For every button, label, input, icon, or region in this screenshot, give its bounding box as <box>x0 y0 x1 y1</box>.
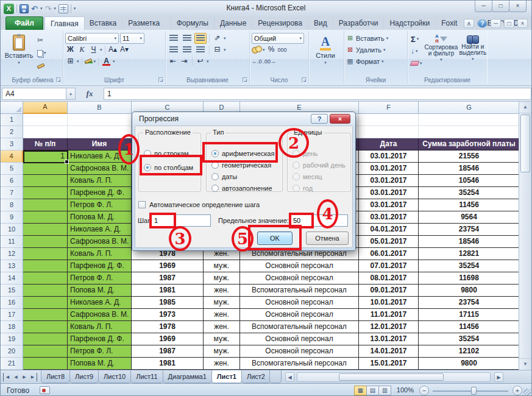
auto-step-checkbox-row[interactable]: Автоматическое определение шага <box>138 201 260 208</box>
column-header-B[interactable]: B <box>68 102 132 114</box>
decrease-decimal-button[interactable]: .00→ <box>263 58 277 65</box>
borders-button[interactable]: ⊞ <box>65 56 76 66</box>
underline-button[interactable]: Ч <box>88 44 99 55</box>
cell-G3[interactable]: Сумма заработной платы <box>419 138 520 150</box>
fill-button[interactable]: ↓▾ <box>410 46 424 57</box>
cell-D13[interactable]: муж. <box>204 260 240 272</box>
decrease-indent-button[interactable]: ⇤ <box>168 56 178 66</box>
zoom-slider-thumb[interactable] <box>471 387 477 395</box>
cell-F16[interactable]: 10.01.2017 <box>359 297 419 309</box>
cell-A6[interactable] <box>23 175 68 187</box>
cell-A8[interactable] <box>23 199 68 211</box>
cell-A5[interactable] <box>23 163 68 175</box>
align-right-button[interactable] <box>194 44 207 55</box>
sheet-tab-Лист2[interactable]: Лист2 <box>241 370 271 383</box>
clear-button[interactable]: ▾ <box>410 58 424 69</box>
cell-B7[interactable]: Парфенов Д. Ф. <box>68 187 132 199</box>
cell-F3[interactable]: Дата <box>359 138 419 150</box>
insert-worksheet-tab[interactable] <box>269 370 282 383</box>
cell-A4[interactable]: 1 <box>23 150 68 163</box>
cell-B9[interactable]: Попова М. Д. <box>68 211 132 224</box>
row-header-8[interactable]: 8 <box>1 199 23 211</box>
find-select-button[interactable]: Найти и выделить ▾ <box>459 32 486 69</box>
row-header-6[interactable]: 6 <box>1 175 23 187</box>
row-header-19[interactable]: 19 <box>1 333 23 345</box>
row-header-11[interactable]: 11 <box>1 236 23 248</box>
cell-B3[interactable]: Имя <box>68 138 132 150</box>
formula-input[interactable]: 1 <box>104 88 531 100</box>
cell-A1[interactable] <box>23 114 68 126</box>
name-box[interactable]: A4 <box>2 88 66 100</box>
cell-C18[interactable]: 1978 <box>132 321 204 333</box>
cell-E14[interactable]: Основной персонал <box>240 272 359 285</box>
cell-C16[interactable]: 1985 <box>132 297 204 309</box>
cell-A10[interactable] <box>23 224 68 236</box>
prev-sheet-icon[interactable]: ◀ <box>12 373 20 381</box>
cell-C15[interactable]: 1981 <box>132 285 204 297</box>
tab-file[interactable]: Файл <box>5 16 43 30</box>
cell-B20[interactable]: Петров Ф. Л. <box>68 345 132 358</box>
row-header-4[interactable]: 4 <box>1 150 23 163</box>
tab-Рецензирова[interactable]: Рецензирова <box>252 16 308 30</box>
font-color-dropdown-icon[interactable]: ▾ <box>113 59 115 64</box>
font-dialog-launcher[interactable] <box>158 77 163 82</box>
align-bottom-button[interactable] <box>194 33 207 44</box>
workbook-minimize-icon[interactable]: ─ <box>491 19 501 28</box>
hscroll-right-icon[interactable]: ▶ <box>494 372 503 382</box>
cell-A12[interactable] <box>23 248 68 260</box>
cell-E17[interactable]: Основной персонал <box>240 309 359 321</box>
cell-F12[interactable]: 06.01.2017 <box>359 248 419 260</box>
vertical-scroll-thumb[interactable] <box>520 115 530 172</box>
fill-color-dropdown-icon[interactable]: ▾ <box>94 59 96 64</box>
paste-button[interactable]: Вставить ▾ <box>4 32 34 74</box>
vertical-scrollbar[interactable]: ▲ ▼ <box>519 102 531 370</box>
dialog-close-button[interactable]: × <box>330 114 350 124</box>
cell-D18[interactable]: жен. <box>204 321 240 333</box>
borders-dropdown-icon[interactable]: ▾ <box>77 59 79 64</box>
cell-D19[interactable]: муж. <box>204 333 240 345</box>
tab-Вид[interactable]: Вид <box>308 16 333 30</box>
column-header-G[interactable]: G <box>419 102 520 114</box>
name-box-dropdown-icon[interactable]: ▾ <box>66 88 76 100</box>
wrap-dropdown-icon[interactable]: ▾ <box>207 59 209 64</box>
radio-арифметическая[interactable]: арифметическая <box>211 149 282 158</box>
number-dialog-launcher[interactable] <box>302 77 307 82</box>
row-header-9[interactable]: 9 <box>1 211 23 224</box>
workbook-close-icon[interactable]: × <box>517 19 528 28</box>
scroll-down-icon[interactable]: ▼ <box>519 358 531 370</box>
step-input[interactable]: 1 <box>151 214 211 227</box>
sort-filter-button[interactable]: АЯ Сортировка и фильтр ▾ <box>425 32 458 69</box>
merge-dropdown-icon[interactable]: ▾ <box>224 48 226 52</box>
radio-icon[interactable] <box>211 161 219 169</box>
dialog-help-button[interactable]: ? <box>311 114 328 124</box>
resize-grip[interactable] <box>523 389 531 396</box>
row-header-1[interactable]: 1 <box>1 114 23 126</box>
radio-icon[interactable] <box>144 150 151 157</box>
cell-C20[interactable]: 1987 <box>132 345 204 358</box>
cell-A16[interactable] <box>23 297 68 309</box>
bold-button[interactable]: Ж <box>65 44 76 55</box>
radio-по строкам[interactable]: по строкам <box>144 149 200 158</box>
orientation-dropdown-icon[interactable]: ▾ <box>224 36 226 41</box>
workbook-restore-icon[interactable]: □ <box>504 19 514 28</box>
cell-D16[interactable]: муж. <box>204 297 240 309</box>
cell-G15[interactable]: 9800 <box>419 285 520 297</box>
row-header-3[interactable]: 3 <box>1 138 23 150</box>
zoom-out-button[interactable]: − <box>419 386 429 395</box>
cell-B10[interactable]: Николаев А. Д. <box>68 224 132 236</box>
checkbox-icon[interactable] <box>138 201 146 208</box>
cell-C13[interactable]: 1969 <box>132 260 204 272</box>
select-all-corner[interactable] <box>1 102 23 114</box>
cell-D15[interactable]: жен. <box>204 285 240 297</box>
cell-G20[interactable]: 12102 <box>419 345 520 358</box>
cell-E20[interactable]: Основной персонал <box>240 345 359 358</box>
cell-G12[interactable]: 12821 <box>419 248 520 260</box>
cell-E13[interactable]: Основной персонал <box>240 260 359 272</box>
row-header-12[interactable]: 12 <box>1 248 23 260</box>
cell-B15[interactable]: Попова М. Д. <box>68 285 132 297</box>
cell-E16[interactable]: Основной персонал <box>240 297 359 309</box>
scroll-up-icon[interactable]: ▲ <box>519 102 531 113</box>
cell-A3[interactable]: № п/п <box>23 138 68 150</box>
cell-A15[interactable] <box>23 285 68 297</box>
row-header-16[interactable]: 16 <box>1 297 23 309</box>
